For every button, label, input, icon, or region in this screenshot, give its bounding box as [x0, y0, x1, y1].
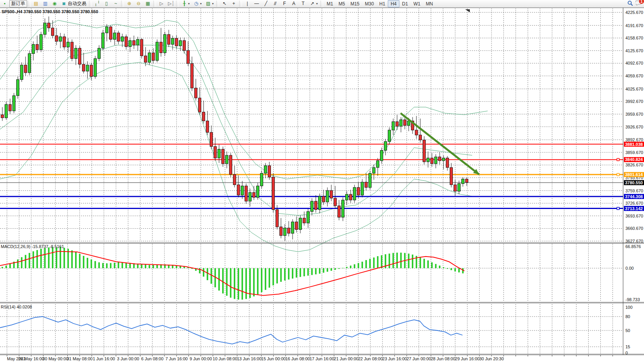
svg-text:50: 50: [625, 328, 630, 333]
svg-text:4125.670: 4125.670: [625, 48, 643, 53]
chevron-down-icon[interactable]: ▾: [188, 2, 190, 5]
svg-text:3627.670: 3627.670: [625, 239, 643, 243]
svg-text:3881.038: 3881.038: [625, 142, 643, 147]
svg-text:3826.670: 3826.670: [625, 163, 643, 167]
timeframe-m5-button[interactable]: M5: [336, 0, 348, 7]
candle-chart-button[interactable]: ▯: [102, 0, 111, 7]
svg-text:3713.142: 3713.142: [625, 206, 643, 211]
svg-text:22 Jun 08:00: 22 Jun 08:00: [358, 356, 383, 361]
market-watch-icon: ▥: [41, 0, 50, 7]
chart-shift-button[interactable]: ▷┊: [166, 0, 175, 7]
svg-text:1 Jun 16:00: 1 Jun 16:00: [93, 356, 115, 361]
svg-text:3892.670: 3892.670: [625, 137, 643, 142]
hline-button[interactable]: —: [252, 0, 261, 7]
timeframe-m15-button[interactable]: M15: [348, 0, 362, 7]
main-toolbar: ▪新订单▤▥◉◙自动交易╷╵▯~⊕⊖▦▷▷┊╂▾◷▾▨▾↖+|—╱⫻FAT↗▾M…: [0, 0, 644, 8]
periods-icon: ◷: [194, 0, 199, 7]
svg-text:9 Jun 00:00: 9 Jun 00:00: [190, 356, 212, 361]
svg-text:3 Jun 00:00: 3 Jun 00:00: [117, 356, 139, 361]
sep6: [216, 1, 219, 7]
crosshair-icon: +: [231, 0, 236, 7]
time-axis: May 202226 May 16:0030 May 00:0031 May 0…: [7, 356, 504, 361]
svg-text:4225.670: 4225.670: [625, 10, 643, 15]
svg-text:21 Jun 00:00: 21 Jun 00:00: [334, 356, 359, 361]
notifications-icon[interactable]: 1: [635, 0, 642, 7]
search-icon[interactable]: [627, 0, 633, 7]
svg-text:3840.824: 3840.824: [625, 157, 643, 162]
arrows-icon: ↗: [310, 0, 315, 7]
svg-text:3693.670: 3693.670: [625, 214, 643, 218]
svg-text:4059.670: 4059.670: [625, 74, 643, 78]
svg-text:80: 80: [625, 314, 630, 319]
timeframe-d1-button[interactable]: D1: [399, 0, 411, 7]
arrows-button[interactable]: ↗▾: [308, 0, 320, 7]
timeframe-m1-button[interactable]: M1: [324, 0, 336, 7]
svg-text:100: 100: [625, 305, 632, 310]
chart-canvas[interactable]: 4225.6704191.6704158.6704125.6704092.670…: [0, 0, 644, 363]
svg-text:0: 0: [625, 351, 628, 355]
timeframe-mn-button[interactable]: MN: [423, 0, 436, 7]
candle-chart-icon: ▯: [104, 0, 109, 7]
tile-windows-button[interactable]: ▦: [143, 0, 152, 7]
timeframe-h1-button[interactable]: H1: [377, 0, 388, 7]
chevron-down-icon[interactable]: ▾: [200, 2, 202, 5]
trendline-button[interactable]: ╱: [261, 0, 271, 7]
label-icon: T: [300, 0, 306, 7]
templates-button[interactable]: ▨▾: [204, 0, 216, 7]
svg-text:27 Jun 00:00: 27 Jun 00:00: [406, 356, 431, 361]
line-chart-button[interactable]: ~: [111, 0, 120, 7]
svg-text:10 Jun 08:00: 10 Jun 08:00: [213, 356, 238, 361]
chevron-down-icon[interactable]: ▾: [316, 2, 318, 5]
svg-text:6 Jun 08:00: 6 Jun 08:00: [141, 356, 164, 361]
svg-text:3759.670: 3759.670: [625, 188, 643, 193]
timeframe-h4-button[interactable]: H4: [388, 0, 399, 7]
autotrading-button-label: 自动交易: [68, 0, 86, 7]
chevron-down-icon[interactable]: ▾: [212, 2, 214, 5]
svg-text:26 May 16:00: 26 May 16:00: [18, 356, 44, 361]
svg-text:31 May 08:00: 31 May 08:00: [67, 356, 92, 361]
fibonacci-button[interactable]: F: [280, 0, 289, 7]
bar-chart-button[interactable]: ╷╵: [92, 0, 102, 7]
svg-text:66.8576: 66.8576: [625, 244, 641, 249]
sep7: [239, 1, 242, 7]
new-order-button[interactable]: 新订单: [9, 0, 27, 7]
tile-windows-icon: ▦: [145, 0, 151, 7]
sep4: [153, 1, 156, 7]
auto-arrange-button[interactable]: ▷: [157, 0, 166, 7]
svg-text:15 Jun 00:00: 15 Jun 00:00: [261, 356, 286, 361]
svg-text:3726.670: 3726.670: [625, 201, 643, 205]
text-button[interactable]: A: [289, 0, 298, 7]
timeframe-w1-button[interactable]: W1: [411, 0, 423, 7]
svg-text:3801.614: 3801.614: [625, 172, 643, 177]
add-indicator-button[interactable]: ╂▾: [180, 0, 192, 7]
svg-text:0.00: 0.00: [625, 266, 634, 271]
vline-button[interactable]: |: [243, 0, 252, 7]
svg-text:16 Jun 08:00: 16 Jun 08:00: [285, 356, 310, 361]
crosshair-button[interactable]: +: [229, 0, 238, 7]
vline-icon: |: [245, 0, 250, 7]
auto-arrange-icon: ▷: [159, 0, 164, 7]
rsi-indicator-label: RSI(14) 40.0208: [1, 305, 32, 309]
svg-text:7 Jun 16:00: 7 Jun 16:00: [165, 356, 188, 361]
history-center-icon-icon: ▤: [33, 0, 39, 7]
svg-text:-98.733: -98.733: [625, 297, 640, 302]
channel-button[interactable]: ⫻: [271, 0, 280, 7]
autotrading-button[interactable]: ◙自动交易: [59, 0, 88, 7]
label-button[interactable]: T: [298, 0, 308, 7]
history-center-icon: ▤: [31, 0, 41, 7]
market-watch-icon-icon: ▥: [43, 0, 48, 7]
window-icon-icon: ▪: [2, 0, 7, 7]
cursor-icon: ↖: [222, 0, 227, 7]
zoom-in-button[interactable]: ⊕: [125, 0, 134, 7]
periods-button[interactable]: ◷▾: [192, 0, 204, 7]
window-icon: ▪: [0, 0, 9, 7]
templates-icon: ▨: [206, 0, 211, 7]
svg-text:30 May 00:00: 30 May 00:00: [43, 356, 69, 361]
svg-text:3959.670: 3959.670: [625, 112, 643, 116]
cursor-button[interactable]: ↖: [220, 0, 229, 7]
svg-text:15: 15: [625, 344, 630, 349]
svg-text:3744.308: 3744.308: [625, 194, 643, 199]
zoom-out-button[interactable]: ⊖: [134, 0, 143, 7]
timeframe-m30-button[interactable]: M30: [362, 0, 377, 7]
svg-text:3859.670: 3859.670: [625, 150, 643, 155]
